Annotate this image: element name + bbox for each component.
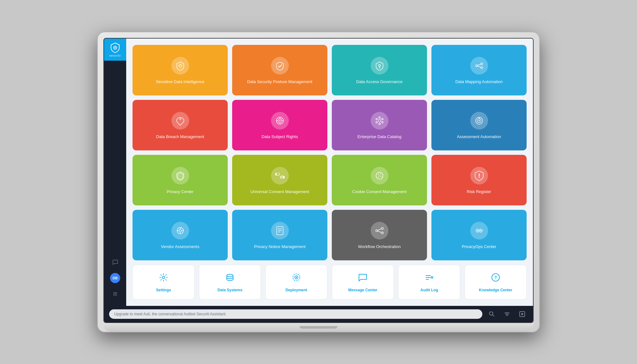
tile-row-2: Data Breach Management <box>133 100 527 150</box>
tile-privacyops-center[interactable]: PrivacyOps Center <box>431 210 527 260</box>
svg-line-13 <box>181 65 182 66</box>
bottom-bar: Upgrade to meet Auti, the conversational… <box>104 306 533 322</box>
svg-point-30 <box>378 119 381 122</box>
tile-label-privacyops: PrivacyOps Center <box>462 244 496 250</box>
bottom-action-icons <box>486 308 528 320</box>
svg-point-11 <box>179 65 182 67</box>
tile-icon-data-access <box>371 57 388 75</box>
sidebar-brand-name: securiti <box>109 54 121 57</box>
tile-row-3: Privacy Center Universal Consen <box>133 155 527 205</box>
laptop-base <box>103 323 534 332</box>
settings-label: Settings <box>156 288 171 292</box>
tile-icon-sensitive-data <box>171 57 189 75</box>
utility-knowledge-center[interactable]: ? Knowledge Center <box>465 265 527 300</box>
tile-label-data-breach: Data Breach Management <box>156 134 204 140</box>
utility-deployment[interactable]: Deployment <box>265 265 327 300</box>
search-icon[interactable] <box>486 308 498 320</box>
svg-point-76 <box>296 277 297 278</box>
tile-label-risk-register: Risk Register <box>467 189 491 195</box>
svg-point-19 <box>481 63 483 65</box>
tile-label-universal-consent: Universal Consent Management <box>250 189 309 195</box>
svg-point-25 <box>279 120 281 121</box>
tile-label-cookie-consent: Cookie Consent Management <box>352 189 407 195</box>
user-avatar[interactable]: DB <box>110 273 120 283</box>
tile-data-mapping[interactable]: Data Mapping Automation <box>431 45 527 95</box>
svg-point-50 <box>379 175 380 176</box>
tile-icon-cookie-consent <box>371 167 388 185</box>
tile-row-4: Vendor Assessments Privacy Noti <box>133 210 527 260</box>
svg-point-4 <box>116 292 117 293</box>
tile-label-assessment: Assessment Automation <box>457 134 501 140</box>
svg-line-22 <box>478 66 481 67</box>
svg-point-9 <box>115 295 116 296</box>
svg-point-64 <box>381 228 383 229</box>
tile-icon-privacyops <box>470 222 488 240</box>
sidebar-bottom-icons: DB <box>109 257 121 306</box>
svg-point-70 <box>477 230 478 231</box>
tile-icon-data-mapping <box>470 57 488 75</box>
data-systems-label: Data Systems <box>218 288 243 292</box>
tile-data-security-posture[interactable]: Data Security Posture Management <box>232 45 327 95</box>
deployment-label: Deployment <box>286 288 307 292</box>
tile-icon-privacy-notice <box>271 222 289 240</box>
utility-message-center[interactable]: Message Center <box>332 265 394 300</box>
securiti-logo-icon <box>110 42 120 53</box>
svg-point-5 <box>114 294 114 294</box>
svg-point-35 <box>376 121 377 123</box>
svg-point-65 <box>381 232 383 234</box>
chat-icon[interactable] <box>109 257 121 268</box>
svg-point-48 <box>380 176 381 177</box>
svg-point-10 <box>116 295 117 296</box>
tile-label-data-subject: Data Subject Rights <box>262 134 298 140</box>
tile-label-enterprise-catalog: Enterprise Data Catalog <box>357 134 401 140</box>
chat-placeholder[interactable]: Upgrade to meet Auti, the conversational… <box>109 309 482 319</box>
tile-vendor-assessments[interactable]: Vendor Assessments <box>133 210 228 260</box>
svg-point-34 <box>381 118 383 120</box>
tile-universal-consent[interactable]: Universal Consent Management <box>232 155 327 205</box>
tile-label-workflow: Workflow Orchestration <box>358 244 401 250</box>
tile-privacy-center[interactable]: Privacy Center <box>133 155 228 205</box>
utility-settings[interactable]: Settings <box>133 265 195 300</box>
settings-icon <box>158 272 169 285</box>
svg-point-31 <box>379 117 380 118</box>
svg-point-15 <box>379 64 380 66</box>
svg-rect-59 <box>277 227 283 235</box>
tile-label-vendor-assessments: Vendor Assessments <box>161 244 199 250</box>
tile-data-access-governance[interactable]: Data Access Governance <box>332 45 427 95</box>
svg-point-84 <box>490 312 493 315</box>
tile-data-breach[interactable]: Data Breach Management <box>133 100 228 150</box>
svg-line-66 <box>378 229 381 230</box>
dots-grid-icon[interactable] <box>109 288 121 300</box>
svg-text:?: ? <box>494 275 497 280</box>
tile-privacy-notice[interactable]: Privacy Notice Management <box>232 210 327 260</box>
audit-log-label: Audit Log <box>420 288 438 292</box>
filter-icon[interactable] <box>501 308 513 320</box>
tile-assessment-automation[interactable]: Assessment Automation <box>431 100 527 150</box>
audit-log-icon <box>424 272 434 285</box>
sidebar-logo[interactable]: securiti <box>104 39 126 61</box>
tile-workflow-orchestration[interactable]: Workflow Orchestration <box>332 210 427 260</box>
svg-marker-90 <box>522 313 523 315</box>
tile-data-subject-rights[interactable]: Data Subject Rights <box>232 100 327 150</box>
tile-label-privacy-center: Privacy Center <box>167 189 194 195</box>
sidebar: securiti DB <box>104 39 126 306</box>
utility-data-systems[interactable]: Data Systems <box>199 265 261 300</box>
svg-point-18 <box>476 65 478 67</box>
tile-cookie-consent[interactable]: Cookie Consent Management <box>332 155 427 205</box>
svg-point-63 <box>376 230 378 232</box>
play-icon[interactable] <box>516 308 528 320</box>
utility-audit-log[interactable]: Audit Log <box>398 265 460 300</box>
tile-icon-assessment <box>470 112 488 130</box>
data-systems-icon <box>225 272 235 285</box>
svg-point-49 <box>378 176 379 177</box>
message-center-icon <box>358 272 368 285</box>
tile-risk-register[interactable]: Risk Register <box>431 155 527 205</box>
knowledge-center-icon: ? <box>491 272 501 285</box>
tile-icon-privacy-center <box>171 167 189 185</box>
svg-point-8 <box>114 295 114 296</box>
svg-point-47 <box>380 173 381 174</box>
svg-point-44 <box>283 176 284 178</box>
svg-point-7 <box>116 294 117 294</box>
tile-sensitive-data-intelligence[interactable]: Sensitive Data Intelligence <box>133 45 228 95</box>
tile-enterprise-catalog[interactable]: Enterprise Data Catalog <box>332 100 427 150</box>
